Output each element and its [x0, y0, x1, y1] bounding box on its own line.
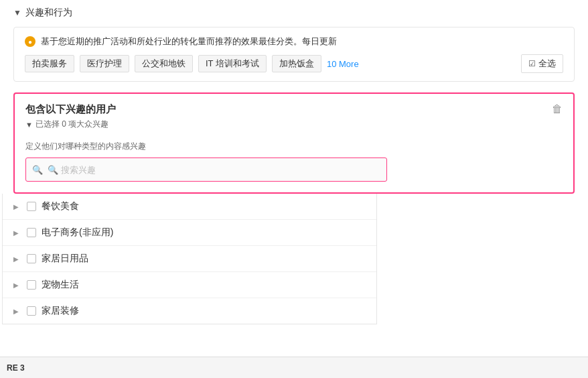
list-item[interactable]: ▶ 餐饮美食	[3, 194, 376, 220]
interest-title: 包含以下兴趣的用户	[25, 103, 116, 116]
bottom-text: RE 3	[7, 363, 25, 373]
expand-arrow-icon: ▶	[13, 255, 21, 263]
select-all-button[interactable]: ☑ 全选	[521, 54, 563, 73]
recommendation-box: ● 基于您近期的推广活动和所处行业的转化量而推荐的效果最佳分类。每日更新 拍卖服…	[13, 27, 575, 82]
list-item[interactable]: ▶ 家居装修	[3, 298, 376, 324]
section-title: 兴趣和行为	[25, 7, 72, 19]
section-arrow-icon: ▼	[13, 8, 21, 17]
interest-sub-text: 已选择 0 项大众兴趣	[35, 119, 108, 130]
item-label: 家居装修	[42, 305, 79, 317]
bottom-bar: RE 3	[0, 357, 588, 378]
expand-arrow-icon: ▶	[13, 281, 21, 289]
delete-icon[interactable]: 🗑	[552, 103, 563, 115]
search-box-container: 🔍	[25, 158, 387, 182]
search-icon: 🔍	[32, 165, 43, 175]
item-label: 电子商务(非应用)	[42, 227, 113, 239]
sub-arrow-icon: ▼	[25, 121, 33, 129]
rec-tag-1[interactable]: 医疗护理	[80, 55, 129, 72]
select-all-icon: ☑	[528, 59, 536, 68]
interest-header: 包含以下兴趣的用户 🗑	[25, 103, 563, 116]
interest-container: 包含以下兴趣的用户 🗑 ▼ 已选择 0 项大众兴趣 定义他们对哪种类型的内容感兴…	[13, 92, 575, 194]
page-container: ▼ 兴趣和行为 ● 基于您近期的推广活动和所处行业的转化量而推荐的效果最佳分类。…	[0, 0, 588, 378]
interest-sub-header: ▼ 已选择 0 项大众兴趣	[25, 119, 563, 130]
rec-tag-4[interactable]: 加热饭盒	[272, 55, 321, 72]
recommendation-text: 基于您近期的推广活动和所处行业的转化量而推荐的效果最佳分类。每日更新	[41, 36, 337, 48]
list-item[interactable]: ▶ 宠物生活	[3, 272, 376, 298]
recommendation-icon: ●	[25, 36, 35, 47]
rec-tag-0[interactable]: 拍卖服务	[25, 55, 74, 72]
rec-more-link[interactable]: 10 More	[327, 59, 359, 69]
expand-arrow-icon: ▶	[13, 308, 21, 315]
item-checkbox[interactable]	[27, 306, 36, 316]
section-header[interactable]: ▼ 兴趣和行为	[13, 7, 575, 19]
item-label: 家居日用品	[42, 253, 88, 265]
rec-tags-row: 拍卖服务 医疗护理 公交和地铁 IT 培训和考试 加热饭盒 10 More ☑ …	[25, 54, 563, 73]
item-label: 餐饮美食	[42, 200, 79, 212]
item-checkbox[interactable]	[27, 202, 36, 211]
item-checkbox[interactable]	[27, 254, 36, 263]
recommendation-header: ● 基于您近期的推广活动和所处行业的转化量而推荐的效果最佳分类。每日更新	[25, 36, 563, 48]
rec-tag-2[interactable]: 公交和地铁	[135, 55, 193, 72]
item-label: 宠物生活	[42, 279, 79, 291]
expand-arrow-icon: ▶	[13, 203, 21, 210]
item-checkbox[interactable]	[27, 280, 36, 290]
select-all-label: 全选	[538, 58, 556, 70]
interest-dropdown-list: ▶ 餐饮美食 ▶ 电子商务(非应用) ▶ 家居日用品 ▶ 宠物生活 ▶ 家居装修	[2, 194, 377, 324]
item-checkbox[interactable]	[27, 228, 36, 237]
list-item[interactable]: ▶ 家居日用品	[3, 246, 376, 272]
list-item[interactable]: ▶ 电子商务(非应用)	[3, 220, 376, 246]
search-interest-input[interactable]	[25, 158, 387, 182]
rec-tag-3[interactable]: IT 培训和考试	[198, 55, 267, 72]
define-label: 定义他们对哪种类型的内容感兴趣	[25, 141, 563, 152]
expand-arrow-icon: ▶	[13, 229, 21, 237]
